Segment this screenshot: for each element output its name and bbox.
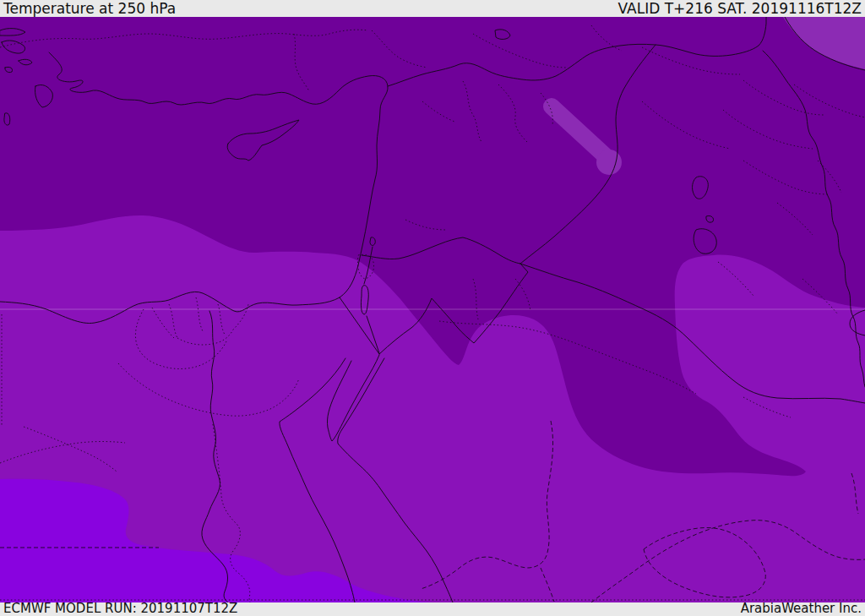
- footer-bar: ECMWF MODEL RUN: 20191107T12Z ArabiaWeat…: [0, 602, 865, 616]
- valid-time-label: VALID T+216 SAT. 20191116T12Z: [618, 0, 862, 17]
- weather-map-screenshot: Temperature at 250 hPa VALID T+216 SAT. …: [0, 0, 865, 616]
- model-run-label: ECMWF MODEL RUN: 20191107T12Z: [3, 602, 237, 616]
- weather-map-canvas: [0, 17, 865, 602]
- credit-label: ArabiaWeather Inc.: [741, 602, 862, 616]
- map-title: Temperature at 250 hPa: [3, 0, 176, 17]
- header-bar: Temperature at 250 hPa VALID T+216 SAT. …: [0, 0, 865, 17]
